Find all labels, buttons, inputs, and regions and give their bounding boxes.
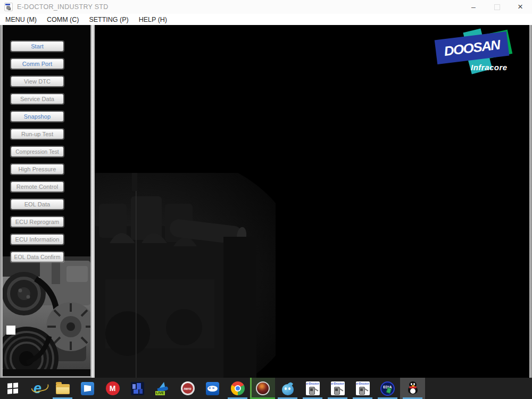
windows-logo-icon — [7, 383, 18, 394]
sidebar-button-eol-data-confirm[interactable]: EOL Data Confirm — [11, 252, 64, 262]
engine-photo-main — [95, 173, 276, 378]
taskbar-item-capture-tool-active[interactable] — [250, 378, 275, 399]
close-button[interactable]: × — [509, 0, 532, 14]
edoctor-label: e-Doctor — [356, 382, 370, 386]
mega-icon: M — [106, 381, 120, 395]
maximize-button[interactable] — [485, 0, 509, 14]
capture-tool-icon — [256, 381, 270, 395]
taskbar-item-nero[interactable]: nero — [175, 378, 200, 399]
sidebar-button-eol-data[interactable]: EOL Data — [11, 199, 64, 210]
nero-label: nero — [182, 383, 193, 394]
taskbar-item-drop-app[interactable] — [275, 378, 300, 399]
water-drop-icon — [282, 382, 294, 395]
minimize-button[interactable]: – — [462, 0, 485, 14]
sidebar-button-comm-port[interactable]: Comm Port — [11, 59, 64, 69]
menu-item-menu[interactable]: MENU (M) — [5, 16, 37, 23]
app-icon — [4, 3, 13, 11]
taskbar-item-chrome[interactable] — [225, 378, 250, 399]
sidebar-button-high-pressure[interactable]: High Pressure — [11, 164, 64, 174]
edoctor-icon: e-Doctor — [331, 381, 345, 395]
teamviewer-icon: « » — [206, 382, 219, 395]
menu-item-setting[interactable]: SETTING (P) — [89, 16, 128, 23]
menu-item-help[interactable]: HELP (H) — [139, 16, 167, 23]
edoctor-icon: e-Doctor — [306, 381, 320, 395]
taskbar-item-edoctor-1[interactable]: e-Doctor — [300, 378, 325, 399]
window-title: E-DOCTOR_INDUSTRY STD — [17, 3, 109, 11]
taskbar-item-media-app[interactable] — [75, 378, 100, 399]
sidebar-button-snapshop[interactable]: Snapshop — [11, 111, 64, 122]
pixel-app-icon — [131, 382, 144, 395]
sidebar-button-start[interactable]: Start — [11, 41, 64, 52]
taskbar-item-pixel-app[interactable] — [125, 378, 150, 399]
taskbar-item-edoctor-3[interactable]: e-Doctor — [350, 378, 375, 399]
taskbar-item-edoctor-2[interactable]: e-Doctor — [325, 378, 350, 399]
sidebar-button-remote-control[interactable]: Remote Control — [11, 181, 64, 192]
sidebar-divider — [90, 25, 95, 378]
doosan-logo-blue-banner: DOOSAN — [435, 31, 510, 64]
mega-letter: M — [110, 384, 116, 393]
media-app-icon — [81, 382, 94, 395]
menu-bar: MENU (M) COMM (C) SETTING (P) HELP (H) — [0, 14, 532, 25]
taskbar-item-file-explorer[interactable] — [50, 378, 75, 399]
white-artifact-square — [6, 326, 15, 335]
taskbar-start-button[interactable] — [0, 378, 25, 399]
live-badge: LIVE — [155, 391, 165, 395]
chrome-icon — [231, 381, 245, 395]
taskbar-item-mega[interactable]: M — [100, 378, 125, 399]
taskbar-item-teamviewer[interactable]: « » — [200, 378, 225, 399]
nero-icon: nero — [181, 381, 195, 395]
taskbar-item-edia[interactable]: EDIA — [375, 378, 400, 399]
engine-photo-sidebar — [3, 256, 90, 376]
content-area: Start Comm Port View DTC Service Data Sn… — [0, 25, 532, 378]
menu-item-comm[interactable]: COMM (C) — [47, 16, 79, 23]
internet-explorer-icon: e — [34, 381, 41, 396]
taskbar-item-qq[interactable] — [400, 378, 425, 399]
file-explorer-icon — [56, 384, 70, 394]
edoctor-label: e-Doctor — [331, 382, 345, 386]
bird-icon: LIVE — [155, 381, 170, 395]
window-border-right — [529, 25, 532, 378]
sidebar-button-ecu-information[interactable]: ECU Information — [11, 234, 64, 245]
sidebar-button-column: Start Comm Port View DTC Service Data Sn… — [11, 41, 64, 262]
app-window: E-DOCTOR_INDUSTRY STD – × MENU (M) COMM … — [0, 0, 532, 378]
infracore-text: Infracore — [471, 63, 508, 72]
window-controls: – × — [462, 0, 532, 14]
sidebar-button-ecu-reprogram[interactable]: ECU Reprogram — [11, 217, 64, 227]
sidebar-button-run-up-test[interactable]: Run-up Test — [11, 129, 64, 139]
sidebar: Start Comm Port View DTC Service Data Sn… — [3, 25, 90, 378]
qq-penguin-icon — [407, 381, 419, 395]
edoctor-icon: e-Doctor — [356, 381, 370, 395]
title-bar: E-DOCTOR_INDUSTRY STD – × — [0, 0, 532, 14]
doosan-logo: DOOSAN Infracore — [436, 29, 521, 76]
taskbar: e M LIVE nero « » e-Doctor — [0, 378, 532, 399]
doosan-brand-text: DOOSAN — [443, 37, 501, 59]
main-panel: DOOSAN Infracore — [95, 25, 529, 378]
sidebar-button-view-dtc[interactable]: View DTC — [11, 76, 64, 87]
sidebar-button-service-data[interactable]: Service Data — [11, 94, 64, 104]
edoctor-label: e-Doctor — [306, 382, 320, 386]
taskbar-item-internet-explorer[interactable]: e — [25, 378, 50, 399]
edia-icon: EDIA — [380, 381, 395, 396]
taskbar-item-thunder-live[interactable]: LIVE — [150, 378, 175, 399]
sidebar-button-compression-test[interactable]: Compression Test — [11, 146, 64, 157]
